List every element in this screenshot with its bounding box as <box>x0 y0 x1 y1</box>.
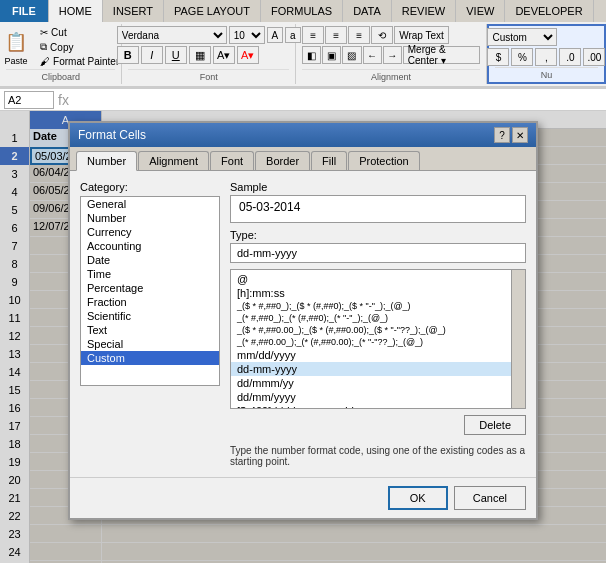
category-percentage[interactable]: Percentage <box>81 281 219 295</box>
align-middle-button[interactable]: ≡ <box>325 26 347 44</box>
formula-input[interactable] <box>73 91 602 109</box>
italic-button[interactable]: I <box>141 46 163 64</box>
tab-file[interactable]: FILE <box>0 0 49 22</box>
border-button[interactable]: ▦ <box>189 46 211 64</box>
tab-home[interactable]: HOME <box>49 0 103 22</box>
underline-button[interactable]: U <box>165 46 187 64</box>
decrease-decimal-btn[interactable]: .0 <box>559 48 581 66</box>
type-section: Type: <box>230 229 526 263</box>
indent-decrease-button[interactable]: ← <box>363 46 382 64</box>
dialog-help-button[interactable]: ? <box>494 127 510 143</box>
font-name-select[interactable]: Verdana <box>117 26 227 44</box>
category-time[interactable]: Time <box>81 267 219 281</box>
align-left-button[interactable]: ◧ <box>302 46 321 64</box>
tab-protection[interactable]: Protection <box>348 151 420 170</box>
alignment-controls: ≡ ≡ ≡ ⟲ Wrap Text ◧ ▣ ▨ ← → Merge & Cent… <box>302 26 480 64</box>
font-size-increase-button[interactable]: A <box>267 27 283 43</box>
font-size-select[interactable]: 10 <box>229 26 265 44</box>
rotate-text-button[interactable]: ⟲ <box>371 26 393 44</box>
right-panel: Sample 05-03-2014 Type: @ [h]:mm:ss <box>230 181 526 467</box>
increase-decimal-btn[interactable]: .00 <box>583 48 605 66</box>
comma-btn[interactable]: , <box>535 48 557 66</box>
format-item[interactable]: @ <box>231 272 525 286</box>
tab-review[interactable]: REVIEW <box>392 0 456 22</box>
type-input[interactable] <box>230 243 526 263</box>
tab-border[interactable]: Border <box>255 151 310 170</box>
format-list: @ [h]:mm:ss _($ * #,##0_);_($ * (#,##0);… <box>231 270 525 409</box>
category-currency[interactable]: Currency <box>81 225 219 239</box>
cancel-button[interactable]: Cancel <box>454 486 526 510</box>
wrap-text-button[interactable]: Wrap Text <box>394 26 449 44</box>
tab-font[interactable]: Font <box>210 151 254 170</box>
number-label: Nu <box>495 67 598 80</box>
clipboard-label: Clipboard <box>6 69 115 82</box>
accounting-btn[interactable]: $ <box>487 48 509 66</box>
tab-insert[interactable]: INSERT <box>103 0 164 22</box>
font-top-row: Verdana 10 A a <box>117 26 301 44</box>
font-content: Verdana 10 A a B I U ▦ A▾ A▾ <box>117 26 301 69</box>
align-bottom-button[interactable]: ≡ <box>348 26 370 44</box>
formula-separator: fx <box>58 92 69 108</box>
font-color-button[interactable]: A▾ <box>237 46 259 64</box>
tab-number[interactable]: Number <box>76 151 137 171</box>
dialog-body: Category: General Number Currency Accoun… <box>70 171 536 477</box>
align-right-button[interactable]: ▨ <box>342 46 361 64</box>
dialog-window-controls: ? ✕ <box>494 127 528 143</box>
align-top-button[interactable]: ≡ <box>302 26 324 44</box>
ok-button[interactable]: OK <box>388 486 448 510</box>
formula-bar: fx <box>0 89 606 111</box>
paste-button[interactable]: 📋 Paste <box>0 26 34 68</box>
format-item[interactable]: _(* #,##0_);_(* (#,##0);_(* "-"_);_(@_) <box>231 312 525 324</box>
indent-increase-button[interactable]: → <box>383 46 402 64</box>
category-label: Category: <box>80 181 220 193</box>
merge-center-button[interactable]: Merge & Center ▾ <box>403 46 480 64</box>
tab-developer[interactable]: DEVELOPER <box>505 0 593 22</box>
align-center-button[interactable]: ▣ <box>322 46 341 64</box>
clipboard-group: 📋 Paste ✂ Cut ⧉ Copy 🖌 Format Painter <box>0 24 122 84</box>
tab-formulas[interactable]: FORMULAS <box>261 0 343 22</box>
category-list[interactable]: General Number Currency Accounting Date … <box>80 196 220 386</box>
format-item[interactable]: mm/dd/yyyy <box>231 348 525 362</box>
clipboard-content: 📋 Paste ✂ Cut ⧉ Copy 🖌 Format Painter <box>0 26 123 69</box>
format-painter-button[interactable]: 🖌 Format Painter <box>36 55 123 68</box>
category-fraction[interactable]: Fraction <box>81 295 219 309</box>
category-special[interactable]: Special <box>81 337 219 351</box>
format-item[interactable]: dd/mmm/yy <box>231 376 525 390</box>
hint-text: Type the number format code, using one o… <box>230 445 526 467</box>
cut-button[interactable]: ✂ Cut <box>36 26 123 39</box>
category-date[interactable]: Date <box>81 253 219 267</box>
delete-button[interactable]: Delete <box>464 415 526 435</box>
format-list-scrollbar[interactable] <box>511 270 525 408</box>
fill-color-button[interactable]: A▾ <box>213 46 235 64</box>
category-number[interactable]: Number <box>81 211 219 225</box>
format-item-dd-mm-yyyy[interactable]: dd-mm-yyyy <box>231 362 525 376</box>
category-scientific[interactable]: Scientific <box>81 309 219 323</box>
format-item[interactable]: _($ * #,##0.00_);_($ * (#,##0.00);_($ * … <box>231 324 525 336</box>
format-item[interactable]: [$-409]dddd, mmmm dd, yyyy <box>231 404 525 409</box>
format-cells-dialog: Format Cells ? ✕ Number Alignment Font B… <box>68 121 538 520</box>
bold-button[interactable]: B <box>117 46 139 64</box>
number-format-select[interactable]: Custom <box>487 28 557 46</box>
format-item[interactable]: _(* #,##0.00_);_(* (#,##0.00);_(* "-"??_… <box>231 336 525 348</box>
category-accounting[interactable]: Accounting <box>81 239 219 253</box>
tab-data[interactable]: DATA <box>343 0 392 22</box>
category-text[interactable]: Text <box>81 323 219 337</box>
dialog-close-button[interactable]: ✕ <box>512 127 528 143</box>
format-item[interactable]: _($ * #,##0_);_($ * (#,##0);_($ * "-"_);… <box>231 300 525 312</box>
percent-btn[interactable]: % <box>511 48 533 66</box>
format-item[interactable]: dd/mm/yyyy <box>231 390 525 404</box>
dialog-overlay: Format Cells ? ✕ Number Alignment Font B… <box>0 111 606 563</box>
tab-view[interactable]: VIEW <box>456 0 505 22</box>
cell-reference-input[interactable] <box>4 91 54 109</box>
category-custom[interactable]: Custom <box>81 351 219 365</box>
dialog-footer: OK Cancel <box>70 477 536 518</box>
format-item[interactable]: [h]:mm:ss <box>231 286 525 300</box>
ribbon-tabs: FILE HOME INSERT PAGE LAYOUT FORMULAS DA… <box>0 0 606 22</box>
delete-btn-row: Delete <box>230 415 526 435</box>
category-general[interactable]: General <box>81 197 219 211</box>
tab-alignment[interactable]: Alignment <box>138 151 209 170</box>
tab-page-layout[interactable]: PAGE LAYOUT <box>164 0 261 22</box>
tab-fill[interactable]: Fill <box>311 151 347 170</box>
spreadsheet: A 1 Date 2 05/03/2014 3 06/04/2014 4 06/… <box>0 111 606 563</box>
copy-button[interactable]: ⧉ Copy <box>36 40 123 54</box>
